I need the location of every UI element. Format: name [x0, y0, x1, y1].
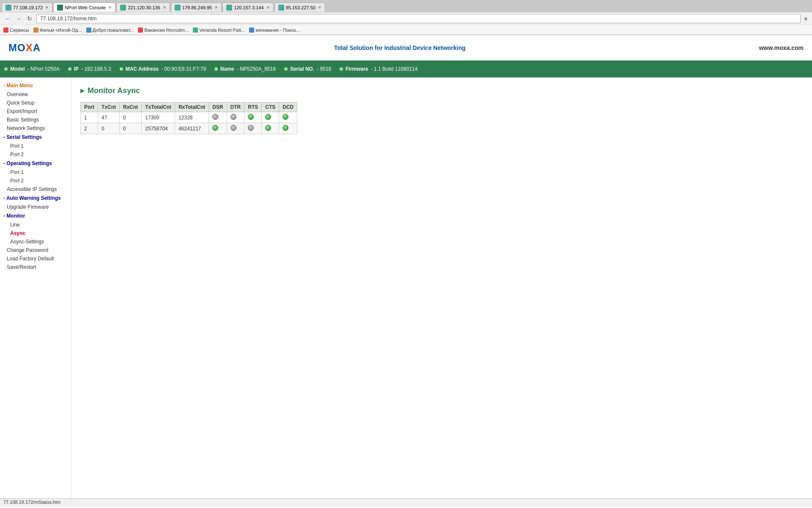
bookmark-2[interactable]: Добро пожаловат... — [86, 28, 134, 33]
led-dcd-1 — [283, 125, 288, 131]
sidebar-item-serial-port1[interactable]: Port 1 — [0, 142, 71, 150]
name-label: Name — [220, 66, 234, 72]
browser-tab-4[interactable]: 120.157.3.144 ✕ — [222, 3, 273, 12]
sidebar-item-upgradefirmware[interactable]: Upgrade Firmware — [0, 203, 71, 211]
bookmark-5[interactable]: киномания - Поиск... — [249, 28, 299, 33]
cell-cts-0 — [262, 112, 279, 123]
info-name: Name - NP5250A_9518 — [214, 66, 276, 72]
cell-rts-0 — [244, 112, 262, 123]
mac-label: MAC Address — [126, 66, 159, 72]
bookmark-label-4: Veranda Resort Patt... — [199, 28, 245, 33]
sidebar-group-autowarning[interactable]: - Auto Warning Settings — [0, 193, 71, 203]
cell-dcd-0 — [279, 112, 297, 123]
bookmark-star[interactable]: ★ — [803, 15, 809, 22]
serial-value: - 9518 — [317, 66, 331, 72]
bookmark-4[interactable]: Veranda Resort Patt... — [193, 28, 245, 33]
sidebar-item-op-port2[interactable]: Port 2 — [0, 177, 71, 185]
cell-rts-1 — [244, 123, 262, 134]
browser-tab-1[interactable]: NPort Web Console ✕ — [53, 3, 115, 12]
sidebar-item-overview[interactable]: Overview — [0, 90, 71, 99]
browser-tab-0[interactable]: 77.108.19.172 ✕ — [2, 3, 52, 12]
tab-label-4: 120.157.3.144 — [234, 5, 263, 10]
tab-label-3: 179.86.249.95 — [182, 5, 212, 10]
tab-close-0[interactable]: ✕ — [45, 5, 49, 10]
tab-close-2[interactable]: ✕ — [163, 5, 166, 10]
back-button[interactable]: ← — [3, 14, 12, 23]
sidebar-item-serial-port2[interactable]: Port 2 — [0, 150, 71, 159]
info-mac: MAC Address - 00:90:E8:31:F7:79 — [120, 66, 206, 72]
browser-tab-3[interactable]: 179.86.249.95 ✕ — [171, 3, 222, 12]
model-label: Model — [10, 66, 25, 72]
bookmark-1[interactable]: Фильм «Изгой-Од... — [33, 28, 82, 33]
sidebar: - Main Menu Overview Quick Setup Export/… — [0, 77, 72, 498]
cell-dsr-0 — [209, 112, 227, 123]
browser-chrome: 77.108.19.172 ✕ NPort Web Console ✕ 221.… — [0, 0, 812, 35]
sidebar-main-menu[interactable]: - Main Menu — [0, 81, 71, 90]
bookmark-favicon-2 — [86, 28, 91, 33]
sidebar-item-op-port1[interactable]: Port 1 — [0, 168, 71, 177]
col-header-txcnt: TxCnt — [98, 102, 120, 112]
sidebar-item-exportimport[interactable]: Export/Import — [0, 107, 71, 116]
serial-label: Serial NO. — [290, 66, 314, 72]
led-dtr-1 — [230, 125, 236, 131]
cell-dcd-1 — [279, 123, 297, 134]
reload-button[interactable]: ↻ — [25, 14, 34, 23]
tab-close-4[interactable]: ✕ — [266, 5, 270, 10]
cell-rxtotalcnt-1: 46241217 — [175, 123, 209, 134]
tab-close-3[interactable]: ✕ — [214, 5, 218, 10]
info-firmware: Firmware - 1.1 Build 11080114 — [340, 66, 417, 72]
tab-label-1: NPort Web Console — [65, 5, 106, 10]
cell-dsr-1 — [209, 123, 227, 134]
sidebar-item-changepassword[interactable]: Change Password — [0, 246, 71, 254]
sidebar-item-quicksetup[interactable]: Quick Setup — [0, 99, 71, 107]
tab-favicon-0 — [5, 5, 11, 11]
browser-tab-5[interactable]: 95.153.227.50 ✕ — [274, 3, 325, 12]
ip-value: - 192.168.5.3 — [81, 66, 111, 72]
sidebar-item-monitor-line[interactable]: Line — [0, 221, 71, 229]
bookmark-favicon-0 — [3, 28, 8, 33]
bookmark-favicon-4 — [193, 28, 198, 33]
serial-dot — [284, 67, 288, 71]
bookmark-3[interactable]: Вакансия Recruitm... — [138, 28, 189, 33]
browser-tab-2[interactable]: 221.120.30.136 ✕ — [116, 3, 170, 12]
col-header-txtotalcnt: TxTotalCnt — [142, 102, 175, 112]
cell-txtotalcnt-0: 17300 — [142, 112, 175, 123]
sidebar-item-networksettings[interactable]: Network Settings — [0, 124, 71, 133]
cell-port-0: 1 — [81, 112, 98, 123]
cell-rxcnt-1: 0 — [120, 123, 142, 134]
sidebar-item-monitor-asyncsettings[interactable]: Async-Settings — [0, 237, 71, 246]
cell-port-1: 2 — [81, 123, 98, 134]
cell-cts-1 — [262, 123, 279, 134]
tab-favicon-1 — [57, 5, 63, 11]
sidebar-group-operating[interactable]: - Operating Settings — [0, 159, 71, 168]
tab-label-0: 77.108.19.172 — [13, 5, 43, 10]
bookmark-0[interactable]: Сервисы — [3, 28, 29, 33]
led-dsr-0 — [212, 114, 218, 120]
bookmark-label-0: Сервисы — [10, 28, 29, 33]
led-cts-1 — [265, 125, 271, 131]
model-dot — [4, 67, 8, 71]
sidebar-item-basicsettings[interactable]: Basic Settings — [0, 116, 71, 124]
cell-rxtotalcnt-0: 12328 — [175, 112, 209, 123]
page-title-icon: ▸ — [80, 86, 84, 95]
sidebar-item-saverestart[interactable]: Save/Restart — [0, 263, 71, 271]
tab-close-1[interactable]: ✕ — [108, 5, 112, 10]
header-url: www.moxa.com — [759, 44, 804, 51]
col-header-cts: CTS — [262, 102, 279, 112]
sidebar-item-monitor-async[interactable]: Async — [0, 229, 71, 237]
bookmark-favicon-3 — [138, 28, 143, 33]
sidebar-item-accessibleip[interactable]: Accessible IP Settings — [0, 185, 71, 193]
cell-txcnt-0: 47 — [98, 112, 120, 123]
sidebar-group-serial[interactable]: - Serial Settings — [0, 133, 71, 142]
led-dtr-0 — [230, 114, 236, 120]
sidebar-group-monitor[interactable]: - Monitor — [0, 211, 71, 221]
page-title: ▸ Monitor Async — [80, 86, 804, 95]
cell-txcnt-1: 0 — [98, 123, 120, 134]
tab-close-5[interactable]: ✕ — [318, 5, 321, 10]
forward-button[interactable]: → — [14, 14, 23, 23]
device-info-bar: Model - NPort 5250A IP - 192.168.5.3 MAC… — [0, 61, 812, 77]
sidebar-item-loadfactory[interactable]: Load Factory Default — [0, 254, 71, 263]
address-input[interactable] — [36, 14, 801, 23]
ip-dot — [68, 67, 71, 71]
cell-txtotalcnt-1: 25758704 — [142, 123, 175, 134]
